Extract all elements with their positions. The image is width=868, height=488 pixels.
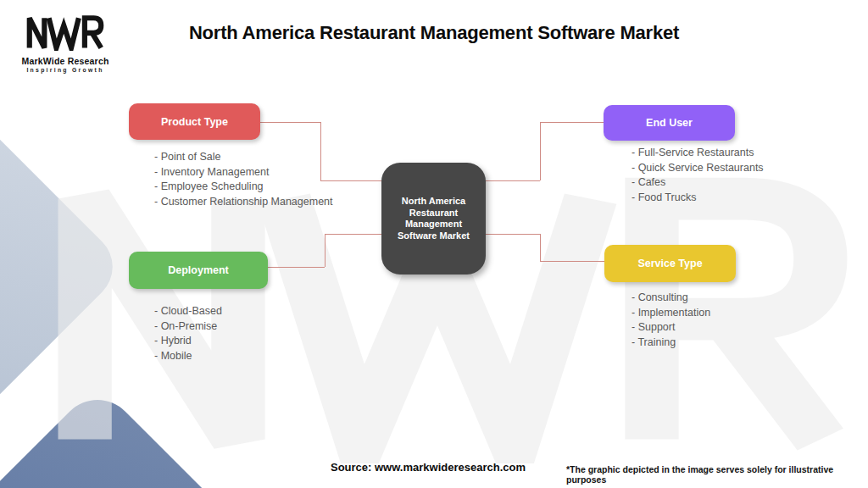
category-box-deployment: Deployment [129, 252, 268, 289]
category-box-end-user: End User [604, 105, 735, 141]
list-item: - Cloud-Based [154, 304, 222, 319]
list-item: - Food Trucks [632, 191, 764, 206]
connector-service-v [540, 234, 541, 261]
connector-deployment-h2 [325, 234, 383, 235]
list-item: - Training [632, 336, 710, 351]
category-label: End User [646, 117, 693, 129]
list-item: - Quick Service Restaurants [632, 161, 764, 176]
list-item: - Inventory Management [154, 165, 333, 180]
connector-deployment-h1 [268, 267, 325, 268]
list-item: - Full-Service Restaurants [632, 146, 764, 161]
list-item: - Cafes [632, 175, 764, 191]
category-list-end-user: - Full-Service Restaurants - Quick Servi… [632, 146, 764, 205]
category-list-service-type: - Consulting - Implementation - Support … [632, 291, 710, 350]
list-item: - Customer Relationship Management [154, 195, 333, 210]
connector-deployment-v [325, 234, 326, 267]
center-node: North America Restaurant Management Soft… [381, 163, 486, 274]
connector-enduser-v [540, 122, 541, 180]
category-list-product-type: - Point of Sale - Inventory Management -… [154, 150, 333, 209]
center-node-line: Restaurant [409, 208, 458, 219]
infographic-canvas: MarkWide Research Inspiring Growth North… [0, 0, 868, 488]
list-item: - Point of Sale [154, 150, 333, 165]
list-item: - Employee Scheduling [154, 180, 333, 195]
category-list-deployment: - Cloud-Based - On-Premise - Hybrid - Mo… [154, 304, 222, 363]
disclaimer-text: *The graphic depicted in the image serve… [566, 464, 868, 485]
category-box-product-type: Product Type [129, 103, 260, 140]
center-node-line: North America [402, 196, 465, 208]
category-label: Deployment [168, 264, 229, 276]
list-item: - Consulting [632, 291, 710, 306]
list-item: - Implementation [632, 306, 710, 321]
connector-enduser-h2 [486, 180, 540, 181]
list-item: - Support [632, 320, 710, 336]
connector-product-h1 [260, 122, 320, 123]
center-node-line: Software Market [398, 230, 470, 242]
logo-tagline: Inspiring Growth [19, 67, 112, 73]
center-node-line: Management [405, 219, 462, 230]
source-text: Source: www.markwideresearch.com [288, 461, 568, 474]
connector-enduser-h1 [540, 122, 604, 123]
logo-name: MarkWide Research [19, 56, 112, 66]
category-label: Product Type [161, 116, 228, 128]
category-label: Service Type [637, 258, 702, 269]
list-item: - On-Premise [154, 319, 222, 335]
category-box-service-type: Service Type [604, 245, 736, 282]
list-item: - Mobile [154, 349, 222, 364]
list-item: - Hybrid [154, 334, 222, 349]
page-title: North America Restaurant Management Soft… [0, 22, 868, 44]
connector-service-h1 [486, 234, 540, 235]
connector-service-h2 [540, 261, 604, 262]
